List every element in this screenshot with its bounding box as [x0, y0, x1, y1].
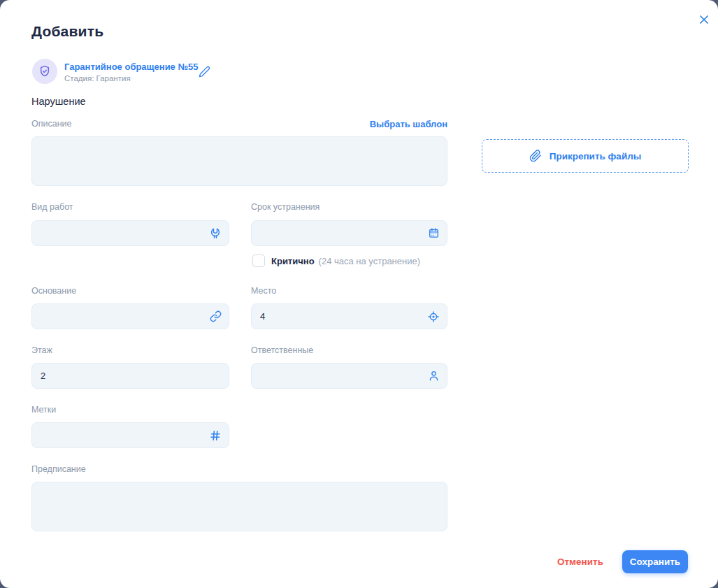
section-title: Нарушение	[31, 96, 86, 107]
critical-label: Критично	[271, 256, 315, 266]
responsible-label: Ответственные	[251, 345, 313, 355]
cancel-button[interactable]: Отменить	[545, 551, 615, 572]
work-type-label: Вид работ	[31, 202, 73, 212]
shield-icon	[32, 59, 57, 84]
attach-files-button[interactable]: Прикрепить файлы	[482, 139, 689, 173]
attach-files-label: Прикрепить файлы	[550, 151, 642, 162]
link-icon[interactable]	[209, 310, 222, 323]
description-label: Описание	[31, 119, 72, 129]
description-textarea[interactable]	[31, 136, 447, 186]
choose-template-link[interactable]: Выбрать шаблон	[370, 119, 447, 129]
tags-label: Метки	[31, 405, 56, 415]
basis-label: Основание	[31, 286, 76, 296]
hash-icon[interactable]	[209, 429, 222, 442]
floor-field	[31, 363, 229, 389]
work-type-input[interactable]	[31, 220, 229, 246]
person-icon[interactable]	[427, 370, 440, 382]
paperclip-icon	[529, 150, 542, 162]
critical-checkbox[interactable]	[252, 254, 265, 267]
place-input[interactable]	[251, 303, 447, 329]
responsible-input[interactable]	[251, 363, 447, 389]
floor-input[interactable]	[31, 363, 229, 389]
deadline-field	[251, 220, 447, 246]
prescription-field	[31, 482, 447, 531]
entity-stage: Стадия: Гарантия	[64, 74, 131, 83]
deadline-input[interactable]	[251, 220, 447, 246]
place-field	[251, 303, 447, 329]
prescription-textarea[interactable]	[31, 482, 447, 531]
calendar-icon[interactable]	[427, 227, 440, 240]
locate-icon[interactable]	[427, 310, 440, 323]
responsible-field	[251, 363, 447, 389]
place-label: Место	[251, 286, 276, 296]
critical-checkbox-row: Критично (24 часа на устранение)	[252, 254, 420, 267]
dialog-title: Добавить	[31, 23, 103, 40]
basis-field	[31, 303, 229, 329]
basis-input[interactable]	[31, 303, 229, 329]
edit-icon[interactable]	[196, 64, 212, 79]
add-dialog: Добавить Гарантийное обращение №55 Стади…	[0, 0, 718, 588]
wrench-icon[interactable]	[209, 227, 222, 240]
floor-label: Этаж	[31, 345, 52, 355]
tags-input[interactable]	[31, 422, 229, 448]
entity-link[interactable]: Гарантийное обращение №55	[64, 62, 198, 72]
critical-hint: (24 часа на устранение)	[319, 256, 420, 266]
prescription-label: Предписание	[31, 464, 86, 474]
description-field	[31, 136, 447, 186]
close-icon[interactable]	[696, 11, 712, 28]
work-type-field	[31, 220, 229, 246]
deadline-label: Срок устранения	[251, 202, 319, 212]
tags-field	[31, 422, 229, 448]
save-button[interactable]: Сохранить	[622, 550, 688, 573]
